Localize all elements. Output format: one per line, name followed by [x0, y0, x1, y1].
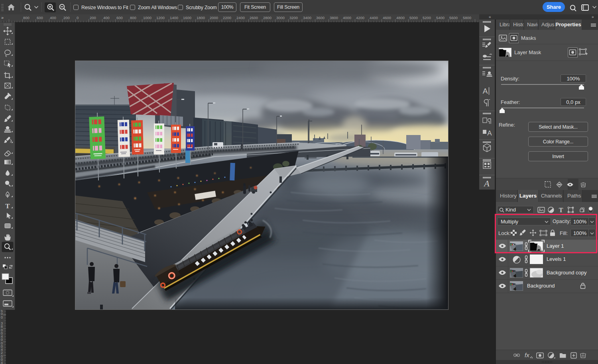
svg-text:A: A [487, 129, 492, 137]
svg-text:A: A [483, 87, 488, 95]
svg-text:T: T [559, 207, 563, 213]
svg-text:T: T [5, 202, 10, 210]
svg-text:A: A [483, 178, 490, 188]
svg-text:fx: fx [525, 352, 529, 358]
